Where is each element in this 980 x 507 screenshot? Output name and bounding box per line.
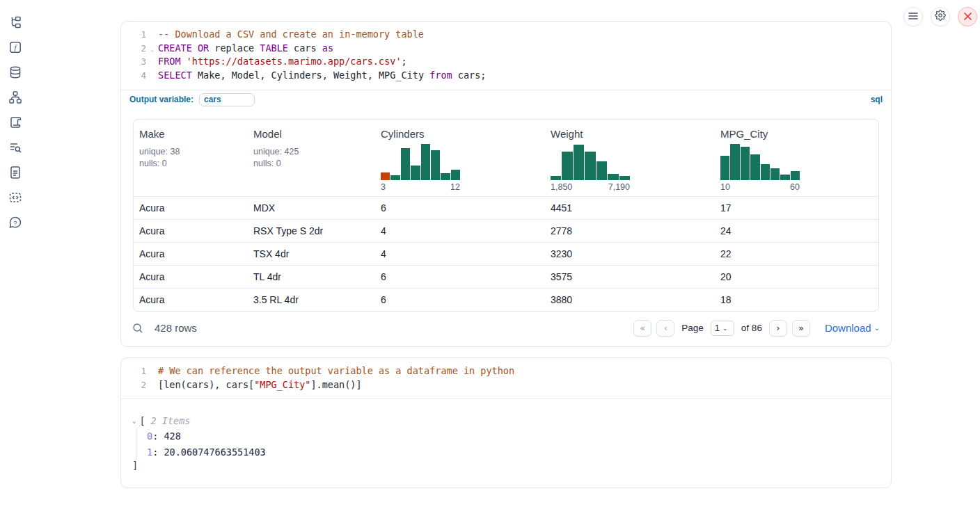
histogram-bar (411, 166, 420, 180)
table-row[interactable]: AcuraMDX6445117 (134, 196, 878, 219)
download-button[interactable]: Download ⌄ (825, 322, 880, 334)
python-output: ⌄ [ 2 Items 0: 4281: 20.060747663551403 … (121, 399, 891, 488)
table-cell: 3.5 RL 4dr (248, 294, 375, 305)
column-header[interactable]: Cylinders312 (375, 128, 545, 192)
hamburger-icon (908, 10, 918, 23)
histogram-bar (761, 164, 770, 180)
histogram-bar (750, 154, 759, 180)
table-cell: 22 (715, 248, 878, 259)
column-header[interactable]: Makeunique: 38nulls: 0 (134, 128, 248, 192)
histogram-bar (608, 174, 618, 180)
line-number: 2 (129, 378, 146, 392)
python-cell: 1# We can reference the output variable … (120, 357, 892, 488)
table-cell: Acura (134, 248, 248, 259)
last-page-button[interactable]: » (792, 320, 810, 337)
settings-button[interactable] (931, 7, 950, 26)
table-row[interactable]: AcuraTSX 4dr4323022 (134, 242, 878, 265)
close-icon (964, 10, 972, 23)
table-row[interactable]: Acura3.5 RL 4dr6388018 (134, 288, 878, 311)
open-bracket: [ (139, 413, 145, 428)
page-select[interactable]: 1 ⌄ (711, 321, 734, 336)
left-sidebar: f ? (0, 0, 31, 507)
column-stats: unique: 425nulls: 0 (253, 146, 370, 170)
gear-icon (935, 10, 946, 24)
page-total: of 86 (741, 323, 762, 333)
table-cell: 6 (375, 202, 545, 214)
histogram-bar (596, 161, 607, 180)
column-label: Cylinders (381, 128, 539, 140)
help-icon[interactable]: ? (8, 216, 22, 230)
prev-page-button[interactable]: ‹ (656, 320, 674, 337)
table-cell: 3880 (545, 294, 715, 305)
first-page-button[interactable]: « (633, 320, 651, 337)
table-cell: 3575 (545, 271, 715, 282)
column-header[interactable]: Weight1,8507,190 (545, 128, 715, 192)
histogram-bar (451, 170, 460, 180)
table-footer: 428 rows « ‹ Page 1 ⌄ of 86 › » Download… (121, 312, 891, 346)
function-icon[interactable]: f (8, 40, 22, 54)
table-header: Makeunique: 38nulls: 0Modelunique: 425nu… (134, 120, 878, 196)
tree-entry: 1: 20.060747663551403 (147, 444, 880, 460)
chevron-down-icon: ⌄ (874, 324, 880, 332)
notebook-area: 1-- Download a CSV and create an in-memo… (120, 21, 892, 488)
collapse-chevron-icon[interactable]: ⌄ (132, 413, 136, 428)
table-cell: 3230 (545, 248, 715, 259)
scroll-icon[interactable] (8, 115, 22, 129)
line-number: 1 (129, 364, 146, 378)
table-cell: TSX 4dr (248, 248, 375, 259)
page-label: Page (681, 323, 704, 333)
tree-entry-value: 428 (164, 430, 180, 442)
python-editor[interactable]: 1# We can reference the output variable … (121, 358, 891, 399)
download-label: Download (825, 322, 871, 334)
code-line: 1-- Download a CSV and create an in-memo… (121, 28, 891, 42)
next-page-button[interactable]: › (769, 320, 787, 337)
table-row[interactable]: AcuraRSX Type S 2dr4277824 (134, 219, 878, 242)
close-bracket: ] (132, 460, 880, 471)
histogram-bar (585, 152, 595, 180)
histogram-bar (574, 145, 584, 180)
database-icon[interactable] (8, 65, 22, 79)
column-header[interactable]: Modelunique: 425nulls: 0 (248, 128, 375, 192)
file-tree-icon[interactable] (8, 15, 22, 29)
snippets-icon[interactable] (8, 191, 22, 204)
items-count-label: 2 Items (151, 413, 191, 428)
svg-text:?: ? (13, 219, 17, 227)
tree-entry-index: 0 (147, 430, 152, 442)
table-cell: 17 (715, 202, 878, 214)
row-count: 428 rows (155, 322, 197, 334)
histogram-bar (730, 144, 739, 180)
language-badge: sql (871, 95, 883, 104)
histogram-bar (770, 168, 780, 180)
histogram-bar (791, 171, 800, 180)
code-line: 3FROM 'https://datasets.marimo.app/cars.… (121, 55, 891, 69)
histogram-bar (741, 147, 750, 180)
shutdown-button[interactable] (958, 7, 977, 26)
pagination: « ‹ Page 1 ⌄ of 86 › » Download ⌄ (633, 320, 880, 337)
dependency-graph-icon[interactable] (8, 90, 22, 104)
table-cell: Acura (134, 202, 248, 214)
table-row[interactable]: AcuraTL 4dr6357520 (134, 265, 878, 288)
column-header[interactable]: MPG_City1060 (715, 128, 878, 192)
code-line: 2[len(cars), cars["MPG_City"].mean()] (121, 378, 891, 392)
histogram-axis: 1,8507,190 (551, 182, 630, 192)
sql-editor[interactable]: 1-- Download a CSV and create an in-memo… (121, 22, 891, 90)
table-cell: TL 4dr (248, 271, 375, 282)
logs-search-icon[interactable] (8, 140, 22, 154)
document-icon[interactable] (8, 166, 22, 179)
menu-button[interactable] (903, 7, 923, 26)
histogram-bar (780, 175, 789, 180)
table-cell: 20 (715, 271, 878, 282)
histogram-bar (720, 156, 729, 180)
fold-chevron-icon[interactable]: ⌄ (150, 43, 154, 57)
search-icon[interactable] (132, 323, 143, 334)
column-label: MPG_City (720, 128, 873, 140)
line-number: 2⌄ (129, 42, 146, 56)
table-cell: RSX Type S 2dr (248, 225, 375, 236)
tree-entry: 0: 428 (147, 428, 880, 444)
code-line: 1# We can reference the output variable … (121, 364, 891, 378)
output-variable-input[interactable] (199, 93, 255, 106)
histogram-axis: 312 (381, 182, 460, 192)
table-cell: 4 (375, 225, 545, 236)
histogram-bar (381, 172, 390, 180)
code-line: 2⌄CREATE OR replace TABLE cars as (121, 42, 891, 56)
